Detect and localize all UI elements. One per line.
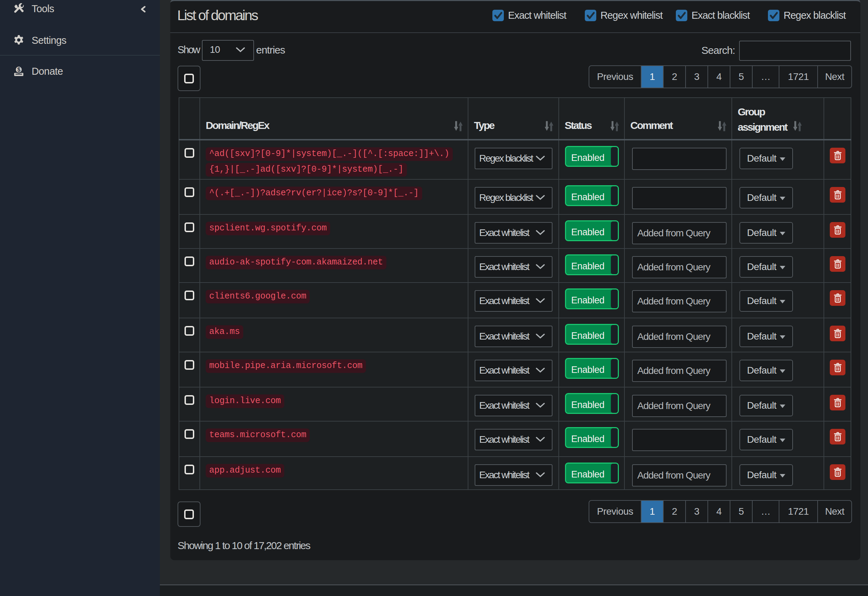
svg-text:$: $	[18, 67, 21, 72]
